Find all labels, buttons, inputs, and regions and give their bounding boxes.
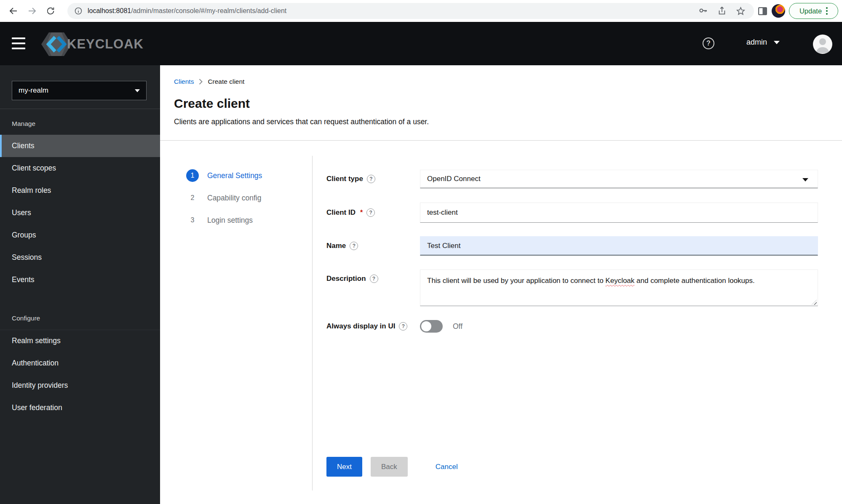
select-caret-icon [802,178,808,181]
breadcrumb-current: Create client [208,78,244,85]
sidebar-divider [0,109,160,109]
back-button[interactable]: Back [371,457,408,477]
wizard-step-number: 2 [186,192,199,204]
browser-update-button[interactable]: Update [789,3,838,19]
user-chevron-down-icon [774,41,780,44]
browser-toolbar: localhost:8081/admin/master/console/#/my… [0,0,842,22]
sidebar-item-authentication[interactable]: Authentication [0,352,160,374]
wizard-step-capability-config[interactable]: 2 Capability config [186,192,261,204]
sidebar-item-realm-roles[interactable]: Realm roles [0,179,160,202]
realm-chevron-down-icon [135,89,140,92]
update-label: Update [799,7,822,15]
wizard-divider [312,156,313,491]
next-button[interactable]: Next [326,457,362,477]
site-info-icon[interactable] [74,7,83,15]
client-type-value: OpenID Connect [427,175,481,183]
client-type-select[interactable]: OpenID Connect [420,170,818,188]
toggle-state-label: Off [453,322,462,331]
breadcrumb-chevron-icon [199,79,203,85]
page-header-divider [160,140,842,141]
description-textarea[interactable]: This client will be used by your applica… [420,269,818,306]
wizard-step-label: Login settings [207,216,253,225]
name-help-icon[interactable]: ? [350,242,358,250]
share-icon[interactable] [717,6,727,16]
realm-name: my-realm [19,86,48,95]
realm-selector[interactable]: my-realm [12,81,147,100]
misspelled-word: Keycloak [605,277,634,285]
header-avatar-icon[interactable] [813,35,832,54]
url-text: localhost:8081/admin/master/console/#/my… [88,7,698,15]
main-content: Clients Create client Create client Clie… [160,65,842,504]
sidebar-item-user-federation[interactable]: User federation [0,397,160,419]
wizard-step-login-settings[interactable]: 3 Login settings [186,214,253,227]
name-label: Name ? [326,236,420,256]
page-subtitle: Clients are applications and services th… [174,117,429,126]
name-input[interactable] [420,236,818,256]
username: admin [746,38,767,47]
url-path: /admin/master/console/#/my-realm/clients… [131,7,286,14]
page-title: Create client [174,96,250,111]
wizard-step-label: Capability config [207,194,261,203]
wizard-step-number: 3 [186,214,199,227]
bookmark-star-icon[interactable] [736,6,746,16]
description-label: Description ? [326,269,420,306]
wizard-step-general-settings[interactable]: 1 General Settings [186,169,262,182]
breadcrumb: Clients Create client [174,78,244,85]
browser-profile-avatar[interactable] [772,4,785,18]
sidebar-item-sessions[interactable]: Sessions [0,246,160,269]
sidebar-item-users[interactable]: Users [0,202,160,224]
keycloak-logo[interactable]: KEYCLOAK [40,31,144,57]
browser-forward-icon[interactable] [24,3,40,19]
sidebar: my-realm Manage Clients Client scopes Re… [0,65,160,504]
address-bar[interactable]: localhost:8081/admin/master/console/#/my… [67,3,754,19]
sidebar-item-groups[interactable]: Groups [0,224,160,246]
nav-section-manage: Manage [12,120,35,128]
always-display-toggle[interactable] [420,320,443,333]
sidebar-item-identity-providers[interactable]: Identity providers [0,374,160,397]
client-type-help-icon[interactable]: ? [367,175,375,183]
nav-section-configure: Configure [12,315,40,322]
url-host: localhost:8081 [88,7,131,14]
sidebar-item-clients[interactable]: Clients [0,135,160,157]
browser-back-icon[interactable] [6,3,21,19]
saved-password-key-icon[interactable] [698,6,708,16]
cancel-button[interactable]: Cancel [427,457,466,477]
wizard-actions: Next Back Cancel [326,457,466,477]
always-display-label: Always display in UI ? [326,320,420,333]
textarea-resize-handle-icon[interactable] [812,300,817,305]
wizard-step-label: General Settings [207,171,262,180]
toggle-knob [421,321,431,331]
wizard-step-number: 1 [186,169,199,182]
required-marker: * [360,209,363,216]
hamburger-menu-icon[interactable] [12,37,25,49]
help-icon[interactable]: ? [703,37,714,49]
sidebar-item-realm-settings[interactable]: Realm settings [0,330,160,352]
keycloak-masthead: KEYCLOAK ? admin [0,22,842,65]
sidebar-item-events[interactable]: Events [0,269,160,291]
sidebar-item-client-scopes[interactable]: Client scopes [0,157,160,179]
user-menu[interactable]: admin [746,38,780,47]
browser-reload-icon[interactable] [43,3,58,19]
client-id-help-icon[interactable]: ? [366,208,375,217]
always-display-help-icon[interactable]: ? [399,322,407,331]
client-id-label: Client ID * ? [326,203,420,223]
browser-menu-dots-icon [826,7,828,15]
breadcrumb-clients-link[interactable]: Clients [174,78,194,85]
client-id-input[interactable] [420,203,818,223]
client-type-label: Client type ? [326,170,420,188]
brand-text: KEYCLOAK [67,37,144,52]
side-panel-icon[interactable] [757,6,768,16]
description-help-icon[interactable]: ? [370,275,378,283]
